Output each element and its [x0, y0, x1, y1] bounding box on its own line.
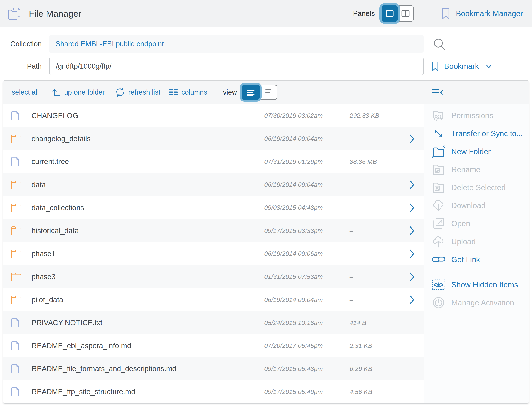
file-size: 414 B — [349, 319, 403, 326]
search-icon[interactable] — [432, 37, 447, 51]
dual-panel-icon — [401, 10, 410, 17]
file-modified-date: 07/31/2019 01:29pm — [264, 158, 349, 165]
action-label: Open — [451, 219, 470, 228]
collapse-sidebar-icon[interactable] — [431, 88, 444, 97]
select-all-button[interactable]: select all — [12, 88, 39, 96]
collection-label: Collection — [0, 40, 42, 48]
path-input[interactable]: /gridftp/1000g/ftp/ — [49, 58, 424, 75]
file-name: pilot_data — [32, 296, 264, 304]
chevron-right-icon[interactable] — [409, 135, 415, 143]
action-new-folder[interactable]: New Folder — [424, 143, 529, 161]
single-panel-button[interactable] — [382, 5, 398, 22]
file-name: README_ftp_site_structure.md — [32, 388, 264, 396]
action-rename: Rename — [424, 161, 529, 178]
file-modified-date: 09/17/2015 05:49pm — [264, 388, 349, 395]
bookmark-icon — [432, 61, 438, 72]
show-hidden-icon — [430, 276, 447, 293]
up-one-folder-button[interactable]: up one folder — [52, 88, 105, 97]
collection-input[interactable]: Shared EMBL-EBI public endpoint — [49, 35, 424, 53]
folder-icon — [11, 226, 32, 235]
file-size: – — [349, 135, 403, 142]
file-size: – — [349, 204, 403, 211]
action-download: Download — [424, 196, 529, 214]
collection-value: Shared EMBL-EBI public endpoint — [56, 40, 164, 48]
list-view-button[interactable] — [242, 85, 260, 100]
file-modified-date: 09/03/2015 04:48pm — [264, 204, 349, 211]
list-view-icon — [246, 88, 256, 97]
bookmark-manager-button[interactable]: Bookmark Manager — [442, 8, 523, 19]
file-modified-date: 09/17/2015 05:48pm — [264, 365, 349, 372]
file-row[interactable]: pilot_data06/19/2014 09:04am– — [3, 288, 424, 311]
file-size: 4.56 KB — [349, 388, 403, 395]
file-row[interactable]: README_ebi_aspera_info.md07/20/2017 05:4… — [3, 334, 424, 357]
sidebar-header — [424, 81, 529, 104]
file-name: data_collections — [32, 204, 264, 212]
columns-label: columns — [182, 88, 207, 96]
bookmark-ribbon-icon — [442, 8, 450, 19]
file-name: README_file_formats_and_descriptions.md — [32, 365, 264, 373]
file-row[interactable]: data06/19/2014 09:04am– — [3, 173, 424, 196]
file-list: CHANGELOG07/30/2019 03:02am292.33 KBchan… — [3, 104, 424, 403]
file-size: 2.31 KB — [349, 342, 403, 349]
file-icon — [11, 386, 32, 397]
refresh-list-button[interactable]: refresh list — [115, 87, 160, 97]
folder-icon — [11, 272, 32, 281]
file-size: – — [349, 250, 403, 257]
panels-toggle — [382, 5, 414, 22]
file-modified-date: 09/17/2015 03:33pm — [264, 227, 349, 234]
file-size: 88.86 MB — [349, 158, 403, 165]
up-arrow-icon — [52, 88, 61, 97]
condensed-view-button[interactable] — [259, 85, 277, 100]
get-link-icon — [430, 251, 447, 268]
file-row[interactable]: README_file_formats_and_descriptions.md0… — [3, 357, 424, 381]
chevron-right-icon[interactable] — [409, 272, 415, 281]
file-icon — [11, 340, 32, 351]
action-get-link[interactable]: Get Link — [424, 250, 529, 269]
delete-icon — [430, 179, 447, 196]
columns-button[interactable]: columns — [169, 88, 207, 97]
chevron-right-icon[interactable] — [409, 226, 415, 235]
file-row[interactable]: current.tree07/31/2019 01:29pm88.86 MB — [3, 150, 424, 173]
rename-icon — [430, 161, 447, 178]
file-size: – — [349, 181, 403, 188]
file-modified-date: 01/31/2015 07:53am — [264, 273, 349, 280]
action-label: Show Hidden Items — [451, 280, 518, 289]
dual-panel-button[interactable] — [397, 5, 414, 22]
action-label: Get Link — [451, 255, 480, 264]
file-row[interactable]: CHANGELOG07/30/2019 03:02am292.33 KB — [3, 104, 424, 127]
action-permissions: Permissions — [424, 107, 529, 125]
file-row[interactable]: phase106/19/2014 09:06am– — [3, 242, 424, 265]
single-panel-icon — [386, 10, 394, 17]
bookmark-button-label: Bookmark — [444, 62, 479, 71]
chevron-right-icon[interactable] — [409, 249, 415, 258]
file-row[interactable]: changelog_details06/19/2014 09:04am– — [3, 127, 424, 150]
folder-icon — [11, 203, 32, 212]
file-row[interactable]: PRIVACY-NOTICE.txt05/24/2018 10:16am414 … — [3, 311, 424, 334]
file-modified-date: 07/20/2017 05:45pm — [264, 342, 349, 349]
file-name: current.tree — [32, 158, 264, 166]
refresh-icon — [115, 87, 125, 97]
file-row[interactable]: historical_data09/17/2015 03:33pm– — [3, 219, 424, 242]
folder-icon — [11, 295, 32, 304]
file-row[interactable]: phase301/31/2015 07:53am– — [3, 265, 424, 288]
action-show-hidden[interactable]: Show Hidden Items — [424, 276, 529, 294]
action-upload: Upload — [424, 232, 529, 250]
view-label: view — [223, 88, 237, 96]
file-row[interactable]: data_collections09/03/2015 04:48pm– — [3, 196, 424, 219]
file-manager-logo-icon — [8, 7, 22, 20]
chevron-right-icon[interactable] — [409, 180, 415, 189]
file-manager-page: { "header": { "title": "File Manager", "… — [0, 0, 532, 408]
file-name: phase1 — [32, 250, 264, 258]
path-value: /gridftp/1000g/ftp/ — [56, 62, 112, 70]
action-transfer[interactable]: Transfer or Sync to... — [424, 125, 529, 143]
download-icon — [430, 197, 447, 214]
file-row[interactable]: README_ftp_site_structure.md09/17/2015 0… — [3, 380, 424, 403]
file-size: – — [349, 273, 403, 280]
action-label: Delete Selected — [451, 183, 506, 192]
select-all-label: select all — [12, 88, 39, 96]
chevron-right-icon[interactable] — [409, 295, 415, 304]
folder-icon — [11, 249, 32, 258]
chevron-right-icon[interactable] — [409, 204, 415, 212]
file-name: changelog_details — [32, 135, 264, 143]
bookmark-button[interactable]: Bookmark — [432, 61, 492, 72]
